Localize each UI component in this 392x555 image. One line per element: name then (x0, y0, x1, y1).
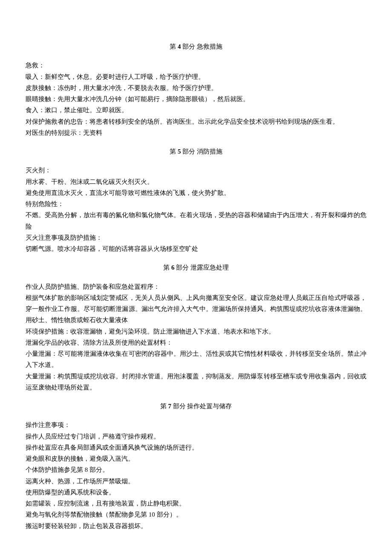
section6-title-pre: 第 (163, 264, 171, 271)
section7-title-pre: 第 (160, 403, 168, 410)
section5-title: 第 5 部分 消防措施 (26, 146, 366, 157)
section5-body: 灭火剂： 用水雾、干粉、泡沫或二氧化碳灭火剂灭火。 避免使用直流水灭火，直流水可… (26, 165, 366, 254)
section6-p2: 根据气体扩散的影响区域划定警戒区，无关人员从侧风、上风向撤离至安全区。建议应急处… (26, 292, 366, 326)
section6-body: 作业人员防护措施、防护装备和应急处置程序： 根据气体扩散的影响区域划定警戒区，无… (26, 281, 366, 393)
section4-title-post: 部分 急救措施 (181, 43, 222, 50)
section5-p7: 切断气源。喷水冷却容器，可能的话将容器从火场移至空旷处 (26, 243, 366, 254)
section6-p1: 作业人员防护措施、防护装备和应急处置程序： (26, 281, 366, 292)
section5-p2: 用水雾、干粉、泡沫或二氧化碳灭火剂灭火。 (26, 176, 366, 187)
section6-p3: 环境保护措施：收容泄漏物，避免污染环境。防止泄漏物进入下水道、地表水和地下水。 (26, 326, 366, 337)
section5-p4: 特别危险性： (26, 198, 366, 209)
section5-title-post: 部分 消防措施 (181, 148, 222, 155)
section6-title-post: 部分 泄露应急处理 (174, 264, 229, 271)
section7-title-post: 部分 操作处置与储存 (171, 403, 232, 410)
section7-p9: 避免与氧化剂等禁配物接触（禁配物参见第 10 部分）。 (26, 509, 366, 520)
section6-p6: 大量泄漏：构筑围堤或挖坑收容。封闭排水管道。用泡沫覆盖，抑制蒸发。用防爆泵转移至… (26, 371, 366, 393)
section7-p5: 个体防护措施参见第 8 部分。 (26, 464, 366, 475)
section4-p4: 眼睛接触：先用大量水冲洗几分钟（如可能易行，摘除隐形眼镜），然后就医。 (26, 93, 366, 105)
section5-p3: 避免使用直流水灭火，直流水可能导致可燃性液体的飞溅，使火势扩散。 (26, 187, 366, 198)
section7-p8: 如需罐装，应控制流速，且有接地装置，防止静电积聚。 (26, 498, 366, 509)
section6-p5: 小量泄漏：尽可能将泄漏液体收集在可密闭的容器中。用沙土、活性炭或其它惰性材料吸收… (26, 348, 366, 371)
section7-p1: 操作注意事项： (26, 419, 366, 430)
section4-body: 急救： 吸入：新鲜空气，休息。必要时进行人工呼吸，给予医疗护理。 皮肤接触：冻伤… (26, 60, 366, 138)
section7-title-num: 7 (168, 403, 171, 410)
section7-p2: 操作人员应经过专门培训，严格遵守操作规程。 (26, 431, 366, 442)
section7-p4: 避免眼和皮肤的接触，避免吸入蒸汽。 (26, 453, 366, 464)
section4-title: 第 4 部分 急救措施 (26, 41, 366, 52)
section4-p2: 吸入：新鲜空气，休息。必要时进行人工呼吸，给予医疗护理。 (26, 71, 366, 82)
section7-p7: 使用防爆型的通风系统和设备。 (26, 487, 366, 498)
section7-title: 第 7 部分 操作处置与储存 (26, 401, 366, 412)
section4-p6: 对保护施救者的忠告：将患者转移到安全的场所。咨询医生。出示此化学品安全技术说明书… (26, 116, 366, 127)
section7-p10: 搬运时要轻装轻卸，防止包装及容器损坏。 (26, 520, 366, 532)
section6-p4: 泄漏化学品的收容、清除方法及所使用的处置材料： (26, 337, 366, 348)
section5-p1: 灭火剂： (26, 165, 366, 176)
section7-body: 操作注意事项： 操作人员应经过专门培训，严格遵守操作规程。 操作处置应在具备局部… (26, 419, 366, 532)
section6-title: 第 6 部分 泄露应急处理 (26, 262, 366, 273)
section5-title-pre: 第 (170, 148, 178, 155)
section7-p6: 远离火种、热源，工作场所严禁吸烟。 (26, 476, 366, 487)
section4-p5: 食入：漱口，禁止催吐。立即就医。 (26, 105, 366, 116)
section5-p6: 灭火注意事项及防护措施： (26, 232, 366, 243)
section4-p7: 对医生的特别提示：无资料 (26, 127, 366, 138)
section4-p3: 皮肤接触：冻伤时，用大量水冲洗，不要脱去衣服。给予医疗护理。 (26, 82, 366, 93)
section4-p1: 急救： (26, 60, 366, 71)
section4-title-pre: 第 (170, 43, 178, 50)
section5-p5: 不燃。受高热分解，放出有毒的氟化物和氯化物气体。在着火现场，受热的容器和储罐由于… (26, 209, 366, 232)
section7-p3: 操作处置应在具备局部通风或全面通风换气设施的场所进行。 (26, 442, 366, 453)
